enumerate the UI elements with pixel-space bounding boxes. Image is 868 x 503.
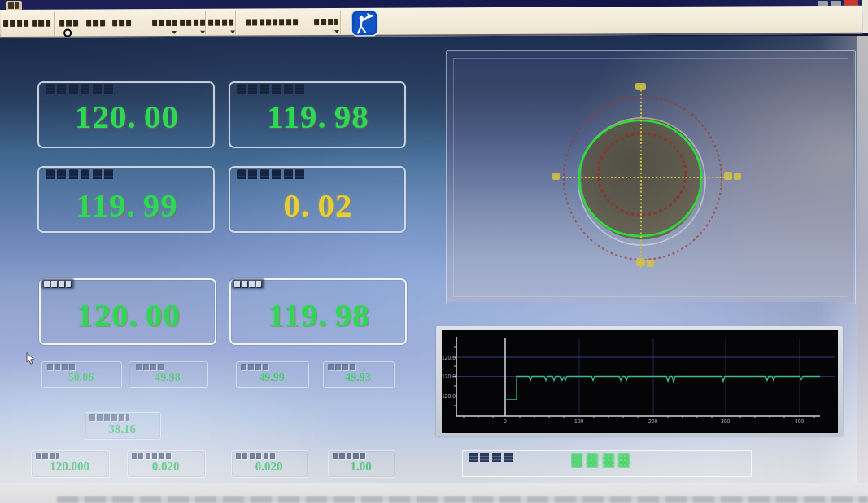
svg-text:120.0: 120.0 <box>442 393 456 399</box>
svg-text:120.0: 120.0 <box>442 355 456 361</box>
svg-text:120.0: 120.0 <box>442 374 456 379</box>
svg-text:300: 300 <box>721 418 731 424</box>
svg-text:200: 200 <box>648 418 658 424</box>
svg-text:400: 400 <box>795 418 805 424</box>
svg-text:0: 0 <box>504 418 507 424</box>
svg-text:100: 100 <box>574 418 584 424</box>
